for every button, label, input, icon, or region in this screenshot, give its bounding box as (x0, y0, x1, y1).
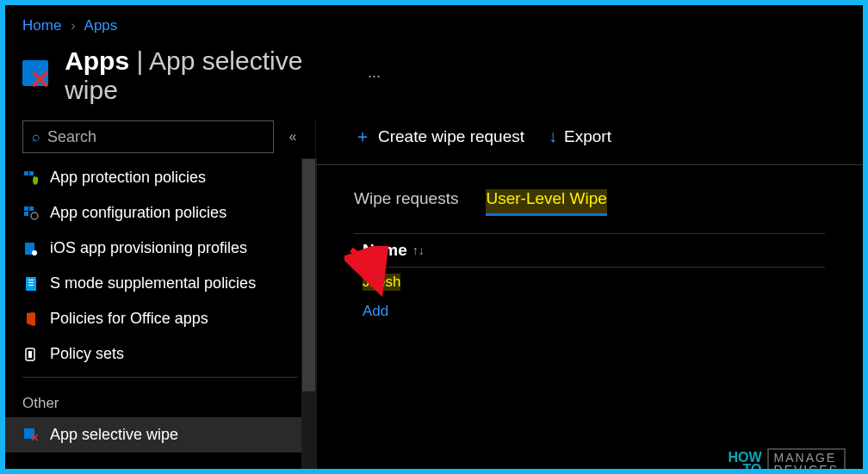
svg-point-7 (32, 250, 37, 255)
table-header[interactable]: Name ↑↓ (354, 233, 825, 268)
tab-user-level-wipe[interactable]: User-Level Wipe (486, 189, 606, 216)
policy-sets-icon (22, 346, 40, 363)
svg-rect-3 (29, 206, 34, 211)
toolbar-label: Create wipe request (378, 127, 524, 146)
add-row-button[interactable]: Add (354, 297, 825, 326)
table-row[interactable]: Jitesh (354, 268, 825, 297)
svg-rect-2 (24, 206, 28, 211)
sidebar-item-label: Policies for Office apps (50, 310, 208, 328)
svg-rect-1 (29, 171, 34, 175)
svg-rect-10 (28, 282, 34, 283)
sidebar-item-smode[interactable]: S mode supplemental policies (5, 266, 315, 301)
sidebar-item-app-config[interactable]: App configuration policies (5, 195, 315, 231)
search-input[interactable] (47, 128, 264, 146)
row-user-name: Jitesh (363, 274, 400, 291)
sort-icon: ↑↓ (412, 243, 425, 257)
gear-grid-icon (22, 205, 40, 222)
document-icon (22, 275, 40, 292)
sidebar-section-other: Other (5, 383, 315, 417)
svg-rect-11 (28, 285, 34, 286)
watermark: HOW TO MANAGE DEVICES (728, 448, 846, 469)
toolbar-label: Export (564, 127, 611, 146)
sidebar-item-label: Policy sets (50, 345, 124, 363)
svg-text:✕: ✕ (30, 432, 39, 443)
device-icon (22, 240, 40, 257)
sidebar-item-label: App protection policies (50, 169, 206, 187)
sidebar-collapse-button[interactable]: « (282, 129, 303, 145)
svg-point-5 (31, 212, 38, 219)
plus-icon: ＋ (354, 125, 371, 148)
sidebar-item-app-selective-wipe[interactable]: ✕ App selective wipe (5, 417, 315, 452)
sidebar-item-label: S mode supplemental policies (50, 274, 256, 292)
create-wipe-request-button[interactable]: ＋ Create wipe request (354, 125, 524, 148)
breadcrumb-home[interactable]: Home (22, 17, 61, 34)
breadcrumb: Home › Apps (5, 5, 863, 43)
sidebar-item-policy-sets[interactable]: Policy sets (5, 336, 315, 372)
search-box[interactable]: ⌕ (22, 120, 274, 153)
divider (22, 377, 298, 378)
download-icon: ↓ (549, 126, 557, 146)
svg-rect-13 (28, 351, 32, 358)
chevron-right-icon: › (71, 17, 76, 34)
tab-wipe-requests[interactable]: Wipe requests (354, 189, 458, 216)
svg-rect-8 (26, 277, 36, 291)
page-title: Apps | App selective wipe (65, 46, 356, 105)
svg-rect-4 (24, 212, 28, 216)
more-button[interactable]: ··· (368, 67, 381, 85)
office-icon (22, 311, 40, 328)
sidebar-item-app-protection[interactable]: App protection policies (5, 160, 315, 195)
shield-grid-icon (22, 169, 40, 187)
wipe-icon: ✕ (22, 427, 40, 444)
export-button[interactable]: ↓ Export (549, 126, 611, 146)
sidebar-item-label: App configuration policies (50, 204, 226, 222)
sidebar-item-label: iOS app provisioning profiles (50, 239, 247, 257)
sidebar-item-office-policies[interactable]: Policies for Office apps (5, 301, 315, 336)
svg-rect-0 (24, 171, 28, 175)
sidebar-item-ios-provisioning[interactable]: iOS app provisioning profiles (5, 231, 315, 266)
column-name[interactable]: Name ↑↓ (363, 241, 425, 260)
breadcrumb-apps[interactable]: Apps (84, 17, 118, 34)
sidebar-item-label: App selective wipe (50, 426, 178, 444)
search-icon: ⌕ (32, 129, 40, 145)
svg-rect-9 (28, 280, 34, 280)
apps-wipe-icon: ✕ (22, 60, 53, 91)
